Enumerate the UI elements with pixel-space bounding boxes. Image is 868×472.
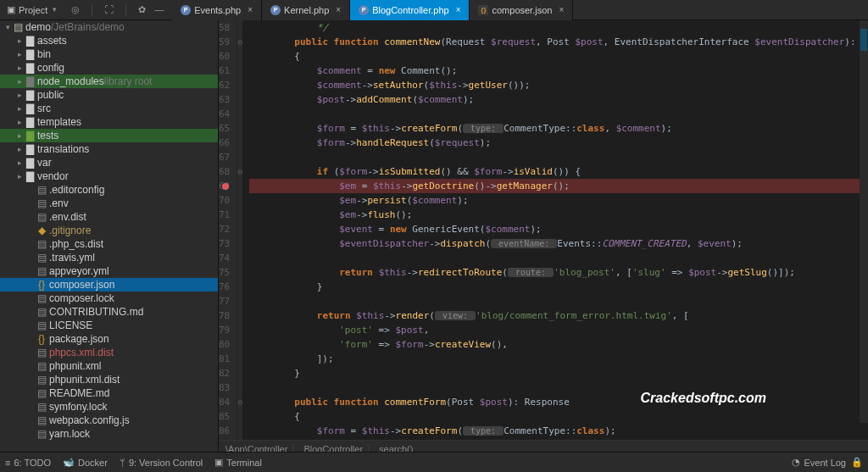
minimize-icon[interactable]: — <box>154 4 164 16</box>
tree-item--travis-yml[interactable]: ▤.travis.yml <box>0 251 218 264</box>
code-line-78[interactable]: return $this->render( view: 'blog/commen… <box>249 308 868 323</box>
expand-arrow-icon[interactable]: ▸ <box>15 61 24 75</box>
gear-icon[interactable]: ✿ <box>138 4 146 16</box>
code-line-76[interactable]: } <box>249 280 868 294</box>
tree-item-appveyor-yml[interactable]: ▤appveyor.yml <box>0 264 218 278</box>
code-line-64[interactable] <box>249 107 868 121</box>
code-line-85[interactable]: { <box>249 409 868 424</box>
code-line-61[interactable]: $comment = new Comment(); <box>249 64 868 78</box>
tree-item-package-json[interactable]: {}package.json <box>0 332 218 346</box>
tree-item-yarn-lock[interactable]: ▤yarn.lock <box>0 427 218 441</box>
tree-item-var[interactable]: ▸▇var <box>0 156 218 169</box>
code-line-69[interactable]: $em = $this->getDoctrine()->getManager()… <box>249 179 868 193</box>
tree-item--env[interactable]: ▤.env <box>0 197 218 210</box>
target-icon[interactable]: ◎ <box>71 4 80 16</box>
tree-item-demo[interactable]: ▾▤demo /JetBrains/demo <box>0 20 218 34</box>
tree-item-templates[interactable]: ▸▇templates <box>0 115 218 129</box>
expand-arrow-icon[interactable]: ▸ <box>15 88 24 102</box>
code-line-67[interactable] <box>249 150 868 164</box>
code-line-63[interactable]: $post->addComment($comment); <box>249 92 868 107</box>
code-line-59[interactable]: public function commentNew(Request $requ… <box>249 35 868 49</box>
close-icon[interactable]: × <box>559 5 564 14</box>
tree-item-public[interactable]: ▸▇public <box>0 88 218 102</box>
code-line-81[interactable]: ]); <box>249 352 868 366</box>
tree-item-license[interactable]: ▤LICENSE <box>0 319 218 332</box>
tree-item-phpcs-xml-dist[interactable]: ▤phpcs.xml.dist <box>0 346 218 359</box>
tree-item-phpunit-xml[interactable]: ▤phpunit.xml <box>0 359 218 373</box>
tree-item-config[interactable]: ▸▇config <box>0 61 218 75</box>
tab-events-php[interactable]: PEvents.php× <box>172 0 262 20</box>
code-line-65[interactable]: $form = $this->createForm( type: Comment… <box>249 121 868 136</box>
collapse-icon[interactable]: ⛶ <box>104 4 114 16</box>
tree-item-symfony-lock[interactable]: ▤symfony.lock <box>0 400 218 414</box>
code-line-74[interactable] <box>249 251 868 265</box>
file-icon: ▤ <box>36 373 47 386</box>
tree-item-vendor[interactable]: ▸▇vendor <box>0 169 218 183</box>
expand-arrow-icon[interactable]: ▸ <box>15 156 24 169</box>
tree-item--env-dist[interactable]: ▤.env.dist <box>0 210 218 224</box>
event-log[interactable]: ◔Event Log <box>792 457 846 468</box>
tree-item-readme-md[interactable]: ▤README.md <box>0 386 218 400</box>
line-gutter[interactable]: 5859606162636465666768697071727374757677… <box>219 20 237 440</box>
tree-item-bin[interactable]: ▸▇bin <box>0 47 218 61</box>
close-icon[interactable]: × <box>456 5 461 14</box>
code-line-77[interactable] <box>249 294 868 308</box>
folder-icon: ▇ <box>24 156 36 169</box>
tree-item-assets[interactable]: ▸▇assets <box>0 34 218 47</box>
project-dropdown[interactable]: ▣ Project ▼ <box>0 0 64 19</box>
expand-arrow-icon[interactable]: ▸ <box>15 102 24 115</box>
code-line-75[interactable]: return $this->redirectToRoute( route: 'b… <box>249 265 868 280</box>
tree-item--editorconfig[interactable]: ▤.editorconfig <box>0 183 218 197</box>
terminal-toolwindow[interactable]: ▣Terminal <box>214 457 262 468</box>
code-line-66[interactable]: $form->handleRequest($request); <box>249 136 868 150</box>
code-content[interactable]: */ public function commentNew(Request $r… <box>242 20 868 440</box>
vcs-toolwindow[interactable]: ᛘ9: Version Control <box>120 458 203 468</box>
code-line-73[interactable]: $eventDispatcher->dispatch( eventName: E… <box>249 236 868 251</box>
tree-item--gitignore[interactable]: ◆.gitignore <box>0 224 218 237</box>
code-line-84[interactable]: public function commentForm(Post $post):… <box>249 395 868 409</box>
code-line-79[interactable]: 'post' => $post, <box>249 323 868 337</box>
tab-kernel-php[interactable]: PKernel.php× <box>262 0 350 20</box>
code-line-62[interactable]: $comment->setAuthor($this->getUser()); <box>249 78 868 92</box>
code-line-83[interactable] <box>249 380 868 395</box>
tab-blogcontroller-php[interactable]: PBlogController.php× <box>350 0 470 20</box>
tree-item-node_modules[interactable]: ▸▇node_modules library root <box>0 75 218 88</box>
tree-item-label: phpunit.xml <box>49 359 101 373</box>
code-line-86[interactable]: $form = $this->createForm( type: Comment… <box>249 424 868 438</box>
vertical-scrollbar[interactable] <box>860 20 868 423</box>
tree-item-src[interactable]: ▸▇src <box>0 102 218 115</box>
code-line-80[interactable]: 'form' => $form->createView(), <box>249 337 868 352</box>
breakpoint-icon[interactable] <box>222 183 229 190</box>
code-line-58[interactable]: */ <box>249 20 868 35</box>
code-line-72[interactable]: $event = new GenericEvent($comment); <box>249 222 868 236</box>
code-line-70[interactable]: $em->persist($comment); <box>249 193 868 208</box>
tree-item-composer-lock[interactable]: ▤composer.lock <box>0 292 218 305</box>
tab-composer-json[interactable]: {}composer.json× <box>470 0 573 20</box>
code-line-60[interactable]: { <box>249 49 868 64</box>
tree-item-composer-json[interactable]: {}composer.json <box>0 278 218 292</box>
expand-arrow-icon[interactable]: ▸ <box>15 47 24 61</box>
lock-icon[interactable]: 🔒 <box>851 457 863 468</box>
tree-item-translations[interactable]: ▸▇translations <box>0 142 218 156</box>
expand-arrow-icon[interactable]: ▸ <box>15 34 24 47</box>
expand-arrow-icon[interactable]: ▸ <box>15 142 24 156</box>
tree-item-webpack-config-js[interactable]: ▤webpack.config.js <box>0 414 218 427</box>
tree-item-contributing-md[interactable]: ▤CONTRIBUTING.md <box>0 305 218 319</box>
expand-arrow-icon[interactable]: ▸ <box>15 129 24 142</box>
expand-arrow-icon[interactable]: ▸ <box>15 169 24 183</box>
expand-arrow-icon[interactable]: ▾ <box>3 20 12 34</box>
expand-arrow-icon[interactable]: ▸ <box>15 75 24 88</box>
close-icon[interactable]: × <box>248 5 253 14</box>
todo-toolwindow[interactable]: ≡6: TODO <box>5 458 51 468</box>
code-line-68[interactable]: if ($form->isSubmitted() && $form->isVal… <box>249 164 868 179</box>
tree-item-tests[interactable]: ▸▇tests <box>0 129 218 142</box>
close-icon[interactable]: × <box>336 5 341 14</box>
tree-item-phpunit-xml-dist[interactable]: ▤phpunit.xml.dist <box>0 373 218 386</box>
code-line-71[interactable]: $em->flush(); <box>249 208 868 222</box>
code-line-82[interactable]: } <box>249 366 868 380</box>
tree-item-label: var <box>37 156 52 169</box>
tree-item--php_cs-dist[interactable]: ▤.php_cs.dist <box>0 237 218 251</box>
expand-arrow-icon[interactable]: ▸ <box>15 115 24 129</box>
code-line-87[interactable] <box>249 438 868 440</box>
docker-toolwindow[interactable]: 🐋Docker <box>63 457 108 468</box>
